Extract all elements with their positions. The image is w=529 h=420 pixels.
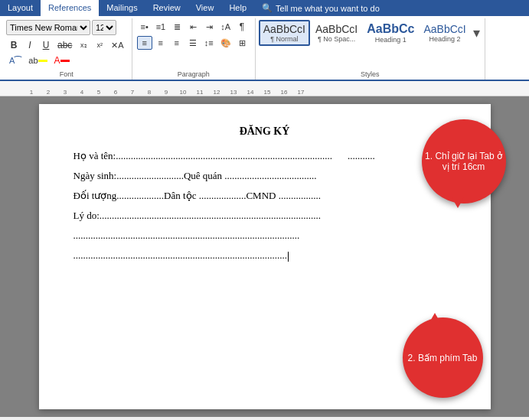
ruler-mark: 4 xyxy=(73,89,90,96)
bullets-button[interactable]: ≡• xyxy=(137,20,152,34)
paragraph-group: ≡• ≡1 ≣ ⇤ ⇥ ↕A ¶ ≡ ≡ ≡ ☰ ↕≡ 🎨 ⊞ Paragrap… xyxy=(132,18,256,80)
doc-line-3: Đối tượng...................Dân tộc ....… xyxy=(73,190,456,202)
ruler-mark: 15 xyxy=(259,89,276,96)
align-center-button[interactable]: ≡ xyxy=(153,36,168,50)
tab-review[interactable]: Review xyxy=(145,0,188,16)
increase-indent-button[interactable]: ⇥ xyxy=(201,20,217,34)
document-area: ĐĂNG KÝ Họ và tên:......................… xyxy=(0,96,529,417)
style-heading1[interactable]: AaBbCc Heading 1 xyxy=(363,20,418,46)
paragraph-group-label: Paragraph xyxy=(132,70,255,78)
ruler-mark: 9 xyxy=(158,89,175,96)
font-size-select[interactable]: 12 xyxy=(92,20,116,35)
highlight-button[interactable]: ab xyxy=(25,54,50,67)
italic-button[interactable]: I xyxy=(22,38,38,52)
bubble2-arrow xyxy=(429,313,441,324)
styles-group-label: Styles xyxy=(256,70,485,78)
style-heading2[interactable]: AaBbCcI Heading 2 xyxy=(420,21,469,45)
show-marks-button[interactable]: ¶ xyxy=(234,20,250,34)
doc-line-2: Ngày sinh:...........................Quê… xyxy=(73,170,456,182)
ruler-mark: 3 xyxy=(57,89,73,96)
doc-line-4: Lý do:..................................… xyxy=(73,210,456,222)
doc-line-1: Họ và tên:..............................… xyxy=(73,150,456,162)
ribbon-tabs-bar: Layout References Mailings Review View H… xyxy=(0,0,529,16)
doc-line-6: ........................................… xyxy=(73,249,456,262)
subscript-button[interactable]: x₂ xyxy=(76,38,91,52)
underline-button[interactable]: U xyxy=(38,38,54,52)
ruler-mark: 13 xyxy=(225,89,242,96)
tooltip-bubble-1: 1. Chỉ giữ lại Tab ở vị trí 16cm xyxy=(422,119,506,203)
decrease-indent-button[interactable]: ⇤ xyxy=(185,20,201,34)
tab-layout[interactable]: Layout xyxy=(0,0,41,16)
doc-line-5: ........................................… xyxy=(73,230,456,242)
align-right-button[interactable]: ≡ xyxy=(169,36,184,50)
numbering-button[interactable]: ≡1 xyxy=(153,20,169,34)
style-h1-preview: AaBbCc xyxy=(367,22,414,36)
style-nospace-label: ¶ No Spac... xyxy=(318,35,355,43)
ruler-mark: 2 xyxy=(40,89,57,96)
ruler-mark: 11 xyxy=(191,89,208,96)
tab-mailings[interactable]: Mailings xyxy=(99,0,145,16)
line-spacing-button[interactable]: ↕≡ xyxy=(201,36,217,50)
ruler-mark: 10 xyxy=(175,89,191,96)
tooltip-bubble-2: 2. Bấm phím Tab xyxy=(403,317,483,398)
style-nospace-preview: AaBbCcI xyxy=(315,23,358,35)
tell-me-input[interactable]: 🔍 Tell me what you want to do xyxy=(254,0,387,16)
document-title: ĐĂNG KÝ xyxy=(73,125,456,138)
font-family-select[interactable]: Times New Roman xyxy=(6,20,90,35)
ruler-mark: 8 xyxy=(141,89,158,96)
justify-button[interactable]: ☰ xyxy=(185,36,201,50)
bold-button[interactable]: B xyxy=(6,38,21,52)
style-nospace[interactable]: AaBbCcI ¶ No Spac... xyxy=(312,21,361,45)
bubble1-arrow xyxy=(452,197,464,208)
shading-button[interactable]: 🎨 xyxy=(217,36,234,50)
font-group-label: Font xyxy=(2,70,132,78)
tab-help[interactable]: Help xyxy=(221,0,254,16)
document-page[interactable]: ĐĂNG KÝ Họ và tên:......................… xyxy=(39,104,491,409)
ruler-mark: 7 xyxy=(124,89,141,96)
styles-group: AaBbCcI ¶ Normal AaBbCcI ¶ No Spac... Aa… xyxy=(256,18,485,80)
style-h2-label: Heading 2 xyxy=(429,35,461,43)
style-normal[interactable]: AaBbCcI ¶ Normal xyxy=(259,20,310,46)
font-color-button[interactable]: A xyxy=(51,54,73,67)
style-h1-label: Heading 1 xyxy=(375,36,407,44)
text-effect-button[interactable]: A⁀ xyxy=(6,54,24,67)
style-h2-preview: AaBbCcI xyxy=(423,23,465,35)
multilevel-list-button[interactable]: ≣ xyxy=(169,20,184,34)
align-left-button[interactable]: ≡ xyxy=(137,36,152,50)
ruler-mark: 12 xyxy=(208,89,225,96)
ruler-mark: 16 xyxy=(276,89,292,96)
tab-view[interactable]: View xyxy=(188,0,222,16)
strikethrough-button[interactable]: abc xyxy=(54,38,75,52)
borders-button[interactable]: ⊞ xyxy=(235,36,250,50)
ruler-mark: 6 xyxy=(107,89,124,96)
ruler-mark: 5 xyxy=(90,89,107,96)
ruler-mark: 1 xyxy=(23,89,40,96)
style-normal-preview: AaBbCcI xyxy=(263,23,305,35)
cursor xyxy=(288,252,289,262)
superscript-button[interactable]: x² xyxy=(92,38,107,52)
ribbon-body: Times New Roman 12 B I U abc x₂ x² ✕A A⁀… xyxy=(0,16,529,81)
ruler-mark: 17 xyxy=(292,89,309,96)
ruler: 1 2 3 4 5 6 7 8 9 10 11 12 13 14 15 16 1… xyxy=(0,81,529,96)
clear-format-button[interactable]: ✕A xyxy=(108,38,126,52)
ruler-marks: 1 2 3 4 5 6 7 8 9 10 11 12 13 14 15 16 1… xyxy=(23,89,309,96)
tab-references[interactable]: References xyxy=(41,0,99,16)
sort-button[interactable]: ↕A xyxy=(217,20,233,34)
ruler-mark: 14 xyxy=(242,89,259,96)
font-group: Times New Roman 12 B I U abc x₂ x² ✕A A⁀… xyxy=(2,18,132,80)
styles-scroll-arrow[interactable]: ▾ xyxy=(472,24,482,41)
style-normal-label: ¶ Normal xyxy=(270,35,298,43)
search-icon: 🔍 xyxy=(262,3,273,13)
